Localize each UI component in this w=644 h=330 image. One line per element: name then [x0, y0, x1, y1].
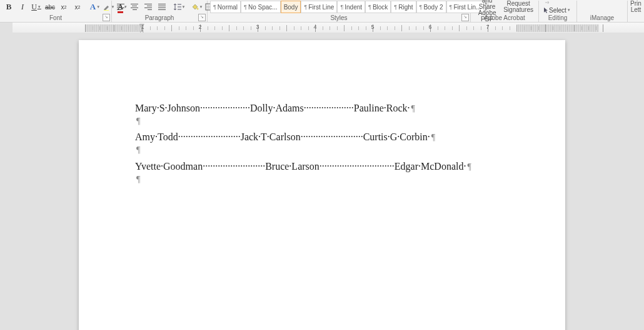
- italic-button[interactable]: I: [16, 2, 29, 12]
- select-button[interactable]: Select ▼: [541, 7, 572, 13]
- pilcrow-icon: ¶: [304, 4, 307, 10]
- tab-leader: ········································…: [319, 161, 395, 172]
- ribbon-group-font: B I U ▼ abc x2 x2 A ▼: [0, 1, 112, 13]
- align-center-button[interactable]: [128, 2, 141, 12]
- chevron-down-icon: ▼: [96, 5, 100, 9]
- name-cell[interactable]: Edgar·McDonald·: [395, 161, 466, 172]
- superscript-button[interactable]: x2: [71, 2, 84, 12]
- ribbon-label-font: Font ↘: [0, 13, 112, 22]
- ruler-number: 2: [198, 24, 201, 30]
- tab-leader: ········································…: [301, 131, 363, 143]
- align-center-icon: [131, 3, 138, 11]
- shading-button[interactable]: ▼: [191, 2, 203, 12]
- print-letter-button[interactable]: Prin Lett: [628, 1, 644, 13]
- page[interactable]: Mary·S·Johnson ·························…: [79, 40, 565, 330]
- ribbon-controls: B I U ▼ abc x2 x2 A ▼: [0, 0, 644, 13]
- pilcrow-icon: ¶: [466, 162, 471, 172]
- ribbon-group-acrobat: Create and Share Adobe PDF Request Signa…: [471, 1, 539, 13]
- pilcrow-icon: ¶: [340, 4, 343, 10]
- line-spacing-icon: [174, 3, 181, 11]
- replace-icon: [545, 1, 551, 7]
- ruler-number: 6: [428, 24, 431, 30]
- align-left-icon: [117, 3, 124, 11]
- align-right-icon: [144, 3, 152, 11]
- ribbon-label-imanage: iManage: [577, 13, 628, 22]
- style-right[interactable]: ¶Right: [391, 1, 416, 13]
- justify-icon: [158, 3, 166, 11]
- ribbon-label-paragraph: Paragraph ↘: [112, 13, 208, 22]
- svg-rect-0: [104, 10, 109, 11]
- underline-label: U: [31, 3, 37, 12]
- chevron-down-icon: ▼: [182, 5, 186, 9]
- name-cell[interactable]: Yvette·Goodman: [135, 161, 203, 172]
- style-body[interactable]: Body: [281, 1, 301, 13]
- bold-button[interactable]: B: [3, 2, 15, 12]
- name-cell[interactable]: Pauline·Rock·: [354, 103, 410, 114]
- pilcrow-icon: ¶: [430, 133, 435, 143]
- dialog-launcher-icon[interactable]: ↘: [461, 14, 469, 21]
- pilcrow-icon: ¶: [450, 4, 453, 10]
- name-cell[interactable]: Jack·T·Carlson: [241, 131, 301, 143]
- document-area[interactable]: Mary·S·Johnson ·························…: [0, 33, 644, 330]
- style-block[interactable]: ¶Block: [365, 1, 391, 13]
- strikethrough-button[interactable]: abc: [44, 2, 56, 12]
- justify-button[interactable]: [156, 2, 168, 12]
- chevron-down-icon: ▼: [567, 8, 571, 12]
- ribbon-group-editing: Select ▼: [539, 1, 577, 13]
- ribbon-label-editing: Editing: [539, 13, 577, 22]
- style-no-spacing[interactable]: ¶No Spac...: [241, 1, 281, 13]
- name-cell[interactable]: Dolly·Adams: [250, 103, 304, 114]
- tab-leader: ········································…: [304, 103, 354, 114]
- style-first-line[interactable]: ¶First Line: [301, 1, 337, 13]
- chevron-down-icon: ▼: [38, 5, 41, 9]
- style-indent[interactable]: ¶Indent: [337, 1, 365, 13]
- ribbon-group-imanage: [577, 1, 628, 13]
- name-cell[interactable]: Mary·S·Johnson: [135, 103, 200, 114]
- create-share-pdf-button[interactable]: Create and Share Adobe PDF: [473, 1, 501, 13]
- ribbon-label-truncated: [628, 13, 644, 22]
- text-effects-button[interactable]: A ▼: [89, 2, 101, 12]
- empty-paragraph[interactable]: ¶: [135, 143, 509, 157]
- dialog-launcher-icon[interactable]: ↘: [198, 14, 206, 21]
- ribbon-group-styles: ¶Normal ¶No Spac... Body ¶First Line ¶In…: [208, 1, 471, 13]
- svg-point-1: [196, 8, 198, 10]
- paragraph-row: Mary·S·Johnson ·························…: [135, 103, 509, 128]
- highlighter-icon: [103, 3, 111, 11]
- chevron-down-icon: ▼: [199, 5, 203, 9]
- style-normal[interactable]: ¶Normal: [210, 1, 241, 13]
- tab-leader: ········································…: [200, 103, 250, 114]
- align-left-button[interactable]: [114, 2, 127, 12]
- ribbon: B I U ▼ abc x2 x2 A ▼: [0, 0, 644, 23]
- name-cell[interactable]: Bruce·Larson: [265, 161, 319, 172]
- replace-button[interactable]: [541, 1, 554, 7]
- tab-leader: ········································…: [203, 161, 265, 172]
- empty-paragraph[interactable]: ¶: [135, 172, 509, 186]
- dialog-launcher-icon[interactable]: ↘: [103, 14, 110, 21]
- pilcrow-icon: ¶: [213, 4, 216, 10]
- pilcrow-icon: ¶: [135, 145, 140, 155]
- tab-leader: ········································…: [178, 131, 241, 143]
- underline-button[interactable]: U ▼: [30, 2, 43, 12]
- align-right-button[interactable]: [142, 2, 154, 12]
- ribbon-label-styles: Styles ↘: [208, 13, 471, 22]
- line-spacing-button[interactable]: ▼: [173, 2, 186, 12]
- paragraph-row: Amy·Todd ·······························…: [135, 131, 509, 157]
- subscript-button[interactable]: x2: [58, 2, 70, 12]
- paint-bucket-icon: [191, 3, 199, 11]
- empty-paragraph[interactable]: ¶: [135, 114, 509, 128]
- name-cell[interactable]: Amy·Todd: [135, 131, 178, 143]
- ruler-number: 7: [486, 24, 489, 30]
- ribbon-group-truncated: Prin Lett: [628, 1, 644, 13]
- ribbon-labels: Font ↘ Paragraph ↘ Styles ↘ Adobe Acroba…: [0, 13, 644, 22]
- request-signatures-button[interactable]: Request Signatures: [501, 1, 536, 13]
- cursor-icon: [543, 7, 549, 13]
- ribbon-group-paragraph: ▼ ▼ ▼: [112, 1, 208, 13]
- pilcrow-icon: ¶: [420, 4, 423, 10]
- paragraph-row: Yvette·Goodman ·························…: [135, 161, 509, 186]
- pilcrow-icon: ¶: [394, 4, 397, 10]
- name-cell[interactable]: Curtis·G·Corbin·: [363, 131, 430, 143]
- ruler-number: 4: [313, 24, 316, 30]
- pilcrow-icon: ¶: [135, 175, 140, 184]
- style-body-2[interactable]: ¶Body 2: [416, 1, 446, 13]
- pilcrow-icon: ¶: [135, 116, 140, 126]
